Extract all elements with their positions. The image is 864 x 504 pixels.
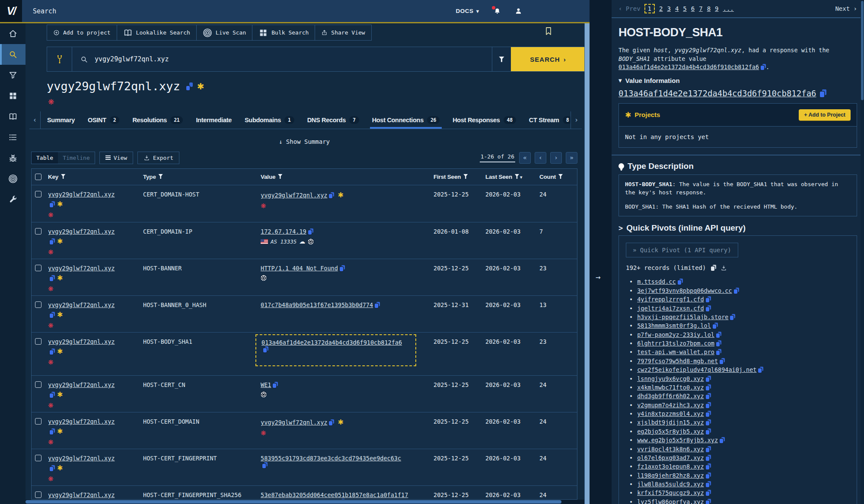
copy-icon[interactable] — [758, 367, 763, 373]
copy-icon[interactable] — [706, 481, 711, 487]
pivot-domain-link[interactable]: vvri8ocl4t3k8n6.xyz — [637, 446, 704, 453]
copy-icon[interactable] — [186, 82, 193, 90]
pager-page-9[interactable]: 9 — [715, 5, 718, 12]
tab-resolutions[interactable]: Resolutions21 — [126, 111, 189, 129]
pivot-domain-link[interactable]: jlw8l8as5suldc9.xyz — [637, 481, 704, 488]
pivot-domain-link[interactable]: jqeltri4ai7zxsn.cfd — [637, 305, 704, 312]
export-button[interactable]: Export — [137, 152, 179, 164]
sidebar-item-search[interactable] — [0, 44, 26, 65]
filter-funnel-icon[interactable] — [515, 174, 519, 179]
pivot-domain-link[interactable]: p7fw-paom2yz-233iy.lol — [637, 331, 714, 338]
pager-page-6[interactable]: 6 — [691, 5, 695, 12]
copy-icon[interactable] — [711, 265, 716, 271]
pivot-domain-link[interactable]: eg2bjo5x5r8yjb5.xyz — [637, 428, 704, 435]
pivot-domain-link[interactable]: 7979fcso79w5hd8-mgb.net — [637, 358, 718, 365]
copy-icon[interactable] — [340, 265, 345, 271]
sidebar-item-list[interactable] — [0, 127, 26, 148]
pivot-domain-link[interactable]: 5813hmmm3smt0rf3g.lol — [637, 322, 711, 329]
sidebar-item-home[interactable] — [0, 23, 26, 44]
tab-summary[interactable]: Summary — [41, 111, 81, 129]
add-to-project-button[interactable]: Add to project — [47, 25, 117, 40]
copy-icon[interactable] — [720, 437, 725, 443]
copy-icon[interactable] — [706, 376, 711, 382]
pivot-domain-link[interactable]: dhd3gb9ff6r6h02.xyz — [637, 393, 704, 399]
row-checkbox[interactable] — [35, 191, 41, 197]
quick-pivot-button[interactable]: » Quick Pivot (1 API query) — [626, 243, 738, 257]
select-all-checkbox[interactable] — [35, 174, 41, 180]
pivot-domain-link[interactable]: www.eg2bjo5x5r8yjb5.xyz — [637, 437, 718, 444]
pager-page-7[interactable]: 7 — [699, 5, 702, 12]
row-checkbox[interactable] — [35, 455, 41, 461]
value-information-heading[interactable]: ▼ Value Information — [619, 77, 857, 84]
copy-icon[interactable] — [375, 302, 380, 308]
pager-page-...[interactable]: ... — [723, 5, 734, 12]
user-account-button[interactable] — [514, 7, 523, 15]
copy-icon[interactable] — [273, 382, 278, 388]
docs-menu[interactable]: DOCS▼ — [456, 8, 480, 14]
tab-osint[interactable]: OSINT2 — [81, 111, 126, 129]
filter-funnel-icon[interactable] — [463, 174, 468, 179]
sidebar-item-filter[interactable] — [0, 65, 26, 86]
pivot-domain-link[interactable]: cwz2f5eikofeipludv47ql6894ai0j.net — [637, 366, 756, 373]
show-summary-toggle[interactable]: ↓ Show Summary — [26, 138, 583, 145]
next-page-button[interactable]: › — [550, 152, 562, 164]
row-checkbox[interactable] — [35, 338, 41, 345]
key-link[interactable]: yvgy29glwf72qnl.xyz — [48, 265, 115, 272]
copy-icon[interactable] — [329, 419, 334, 425]
bookmark-icon[interactable] — [543, 26, 554, 36]
search-input[interactable]: yvgy29glwf72qnl.xyz — [72, 47, 492, 71]
value-hash-link[interactable]: 013a46af1d4e2e1372da4b4cd3d6f910cb812fa6 — [619, 89, 816, 98]
add-to-project-button[interactable]: + Add to Project — [799, 109, 851, 120]
row-checkbox[interactable] — [35, 301, 41, 308]
first-page-button[interactable]: « — [519, 152, 531, 164]
copy-icon[interactable] — [706, 428, 711, 434]
search-filter-dropdown[interactable] — [492, 47, 511, 71]
tabs-scroll-left[interactable]: ‹ — [29, 111, 41, 129]
tab-ct-stream[interactable]: CT Stream8 — [523, 111, 571, 129]
copy-icon[interactable] — [820, 89, 826, 97]
copy-icon[interactable] — [263, 346, 268, 352]
filter-funnel-icon[interactable] — [61, 174, 65, 179]
pivot-domain-link[interactable]: ol67el6pxg03ad7.xyz — [637, 454, 704, 461]
copy-icon[interactable] — [706, 393, 711, 399]
copy-icon[interactable] — [262, 462, 268, 468]
pivot-domain-link[interactable]: xjslbdt9jdijn15.xyz — [637, 419, 704, 426]
filter-funnel-icon[interactable] — [159, 174, 163, 179]
key-link[interactable]: yvgy29glwf72qnl.xyz — [48, 381, 115, 388]
copy-icon[interactable] — [706, 419, 711, 425]
sidebar-item-target[interactable] — [0, 168, 26, 189]
tab-host-connections[interactable]: Host Connections26 — [366, 111, 446, 129]
row-checkbox[interactable] — [35, 228, 41, 235]
tab-subdomains[interactable]: Subdomains1 — [238, 111, 301, 129]
pivot-domain-link[interactable]: v2gmupm7o4zihc3.xyz — [637, 402, 704, 409]
copy-icon[interactable] — [706, 402, 711, 408]
live-scan-button[interactable]: Live Scan — [197, 25, 252, 40]
key-link[interactable]: yvgy29glwf72qnl.xyz — [48, 455, 115, 462]
copy-icon[interactable] — [761, 64, 766, 70]
pager-page-3[interactable]: 3 — [667, 5, 670, 12]
copy-icon[interactable] — [720, 358, 725, 364]
pivot-domain-link[interactable]: fz1axot3o1epun8.xyz — [637, 463, 704, 470]
pivot-domain-link[interactable]: x4kmlmwbc71fto0.xyz — [637, 384, 704, 391]
lookalike-search-button[interactable]: Lookalike Search — [117, 25, 197, 40]
copy-icon[interactable] — [716, 340, 721, 346]
copy-icon[interactable] — [706, 411, 711, 417]
timeline-view-toggle[interactable]: Timeline — [58, 152, 95, 164]
search-mode-segment[interactable] — [47, 47, 72, 71]
copy-icon[interactable] — [50, 201, 55, 207]
pager-next[interactable]: Next › — [835, 5, 857, 12]
copy-icon[interactable] — [716, 349, 721, 355]
copy-icon[interactable] — [50, 312, 55, 318]
pivot-domain-link[interactable]: test-api.wm-wallet.pro — [637, 349, 714, 355]
pivot-domain-link[interactable]: 6lghtrr13tslzo7bpm.com — [637, 340, 714, 347]
value-link[interactable]: 172.67.174.19 — [261, 228, 306, 235]
copy-icon[interactable] — [713, 323, 718, 329]
value-link[interactable]: 583955c91793cd873ee3cdc3cd79435ee9dec63c — [261, 455, 401, 462]
row-checkbox[interactable] — [35, 418, 41, 425]
notifications-button[interactable] — [493, 7, 501, 16]
filter-funnel-icon[interactable] — [278, 174, 282, 179]
value-link[interactable]: 53e87ebab3205dd064cee051b1857e8ac1a0fa1f… — [261, 491, 408, 500]
hash-link[interactable]: 013a46af1d4e2e1372da4b4cd3d6f910cb812fa6 — [619, 63, 759, 70]
copy-icon[interactable] — [706, 463, 711, 469]
prev-page-button[interactable]: ‹ — [535, 152, 546, 164]
